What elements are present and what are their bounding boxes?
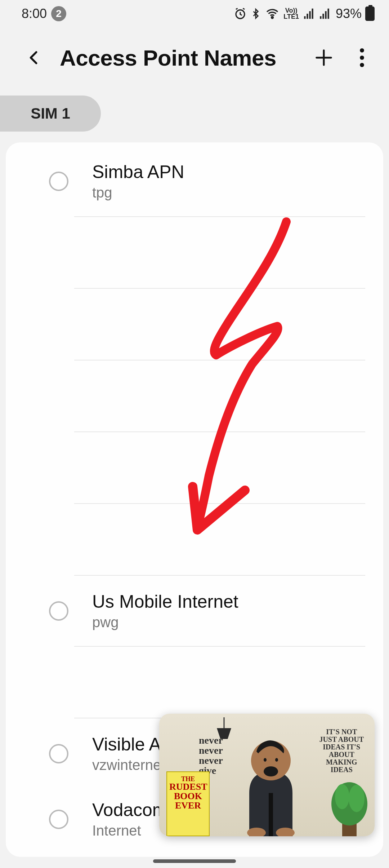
plant-icon [328,771,371,836]
apn-row-blank[interactable] [6,289,383,360]
pip-wall-text-right: IT'S NOT JUST ABOUT IDEAS IT'S ABOUT MAK… [319,728,364,774]
page-title: Access Point Names [60,45,298,71]
apn-title: Simba APN [92,161,184,182]
apn-sub: tpg [92,185,184,201]
svg-point-11 [349,785,365,812]
wifi-icon [265,7,280,20]
apn-title: Us Mobile Internet [92,591,238,612]
svg-point-14 [264,758,267,762]
apn-row-blank[interactable] [6,647,383,718]
apn-row-blank[interactable] [6,504,383,575]
status-bar: 8:00 2 Vo)) LTE1 93% [0,0,389,27]
apn-sub: pwg [92,614,238,630]
svg-point-10 [335,784,349,809]
apn-row-usmobile[interactable]: Us Mobile Internet pwg [6,576,383,646]
plus-icon [314,48,334,67]
battery-icon [365,6,375,21]
svg-rect-16 [269,793,273,836]
svg-point-13 [264,766,278,776]
volte-icon: Vo)) LTE1 [283,8,299,19]
radio-unselected-icon[interactable] [49,601,68,621]
apn-row-content: Us Mobile Internet pwg [92,591,238,630]
svg-point-6 [360,63,364,67]
alarm-icon [234,7,247,20]
signal-icon-1 [303,8,315,20]
more-vertical-icon [359,48,365,67]
sim-tabs: SIM 1 [0,96,389,132]
gesture-nav-handle[interactable] [153,859,236,863]
more-button[interactable] [349,45,375,70]
pip-book-line: BOOK [169,792,207,801]
apn-row-content: Simba APN tpg [92,161,184,201]
pip-book: THE RUDEST BOOK EVER [166,771,210,836]
apn-row-blank[interactable] [6,217,383,288]
radio-unselected-icon[interactable] [49,810,68,829]
radio-unselected-icon[interactable] [49,172,68,191]
apn-row-simba[interactable]: Simba APN tpg [6,146,383,216]
signal-icon-2 [318,8,331,20]
status-right: Vo)) LTE1 93% [234,6,375,21]
add-button[interactable] [311,45,336,70]
person-icon [224,728,318,836]
svg-point-4 [360,48,364,53]
apn-row-blank[interactable] [6,432,383,503]
svg-point-15 [275,758,278,762]
battery-percent: 93% [336,6,362,21]
header: Access Point Names [0,27,389,88]
back-button[interactable] [22,45,47,70]
bluetooth-icon [250,7,261,20]
status-time: 8:00 [22,6,47,21]
pip-book-line: RUDEST [169,782,207,792]
chevron-left-icon [26,47,43,68]
notification-count-badge: 2 [51,6,66,21]
pip-book-line: EVER [169,801,207,810]
apn-title: Vodacom [92,800,167,820]
svg-point-5 [360,56,364,60]
radio-unselected-icon[interactable] [49,744,68,763]
apn-sub: Internet [92,823,167,839]
tab-sim-1[interactable]: SIM 1 [0,96,101,132]
pip-video[interactable]: never never never give up IT'S NOT JUST … [159,714,375,836]
status-left: 8:00 2 [22,6,66,21]
apn-row-content: Vodacom Internet [92,800,167,839]
svg-point-1 [272,17,273,18]
apn-row-blank[interactable] [6,360,383,431]
